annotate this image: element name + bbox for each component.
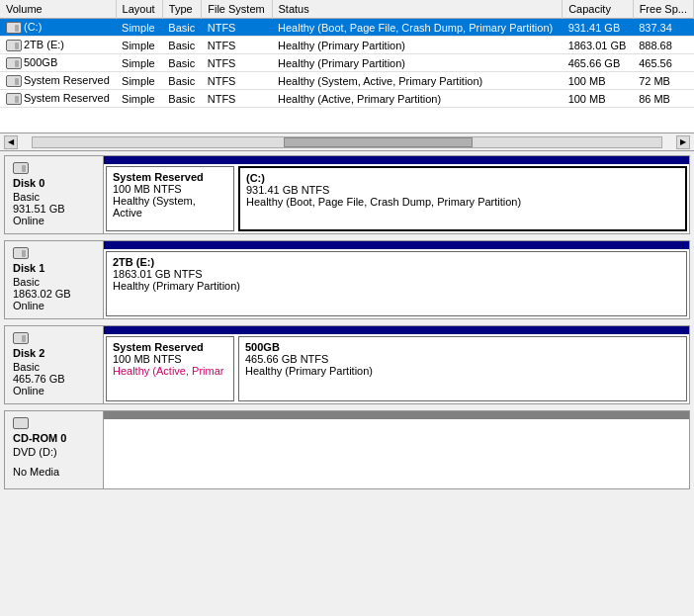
scroll-left-button[interactable]: ◀	[4, 135, 18, 149]
partition-panel[interactable]: 2TB (E:)1863.01 GB NTFSHealthy (Primary …	[106, 251, 687, 316]
cell-filesystem: NTFS	[202, 37, 272, 54]
disk-id-label: Disk 0	[13, 177, 95, 189]
cell-capacity: 100 MB	[563, 90, 634, 108]
partition-size-label: 931.41 GB NTFS	[246, 184, 679, 196]
disk-table-section: Volume Layout Type File System Status Ca…	[0, 0, 694, 133]
volume-table: Volume Layout Type File System Status Ca…	[0, 0, 694, 108]
partition-name-label: 500GB	[245, 341, 680, 353]
cell-layout: Simple	[116, 90, 162, 108]
disk-drive-icon	[13, 162, 29, 174]
disk-content: 2TB (E:)1863.01 GB NTFSHealthy (Primary …	[104, 241, 689, 318]
horizontal-scrollbar-thumb[interactable]	[284, 137, 473, 147]
col-capacity[interactable]: Capacity	[563, 0, 634, 19]
disk-size-label: 931.51 GB	[13, 203, 95, 215]
disk-label: Disk 1Basic1863.02 GBOnline	[5, 241, 104, 318]
disk-type-label: Basic	[13, 361, 95, 373]
partition-panel[interactable]: (C:)931.41 GB NTFSHealthy (Boot, Page Fi…	[238, 166, 687, 231]
scroll-right-button[interactable]: ▶	[676, 135, 690, 149]
drive-icon	[6, 57, 22, 69]
disk-row: Disk 2Basic465.76 GBOnlineSystem Reserve…	[4, 325, 690, 404]
disk-content: System Reserved100 MB NTFSHealthy (Activ…	[104, 326, 689, 403]
col-filesystem[interactable]: File System	[202, 0, 272, 19]
disk-size-label: 1863.02 GB	[13, 288, 95, 300]
drive-icon	[6, 22, 22, 34]
drive-icon	[6, 40, 22, 51]
cell-layout: Simple	[116, 54, 162, 72]
disk-content: System Reserved100 MB NTFSHealthy (Syste…	[104, 156, 689, 233]
partition-status-label: Healthy (Primary Partition)	[113, 280, 680, 292]
cell-type: Basic	[162, 54, 201, 72]
cell-capacity: 465.66 GB	[563, 54, 634, 72]
disk-drive-icon	[13, 332, 29, 344]
table-row[interactable]: (C:)SimpleBasicNTFSHealthy (Boot, Page F…	[0, 19, 694, 37]
cell-status: Healthy (Boot, Page File, Crash Dump, Pr…	[272, 19, 563, 37]
partition-size-label: 100 MB NTFS	[113, 183, 227, 195]
disk-status-label: Online	[13, 385, 95, 396]
horizontal-scrollbar-area: ◀ ▶	[0, 133, 694, 151]
cell-filesystem: NTFS	[202, 90, 272, 108]
disk-header-bar	[104, 156, 689, 164]
cdrom-type-label: DVD (D:)	[13, 446, 95, 458]
drive-icon	[6, 75, 22, 87]
cell-volume: (C:)	[0, 19, 116, 37]
disk-drive-icon	[13, 247, 29, 259]
table-row[interactable]: 2TB (E:)SimpleBasicNTFSHealthy (Primary …	[0, 37, 694, 54]
partition-panel[interactable]: System Reserved100 MB NTFSHealthy (Activ…	[106, 336, 234, 401]
disk-label: Disk 0Basic931.51 GBOnline	[5, 156, 104, 233]
partition-status-label: Healthy (Active, Primar	[113, 365, 227, 377]
cell-type: Basic	[162, 37, 201, 54]
partition-name-label: System Reserved	[113, 341, 227, 353]
cell-status: Healthy (Primary Partition)	[272, 54, 563, 72]
col-layout[interactable]: Layout	[116, 0, 162, 19]
cell-filesystem: NTFS	[202, 19, 272, 37]
cdrom-label: CD-ROM 0DVD (D:)No Media	[5, 411, 104, 488]
disk-partitions: System Reserved100 MB NTFSHealthy (Activ…	[104, 334, 689, 403]
drive-icon	[6, 93, 22, 105]
partition-size-label: 1863.01 GB NTFS	[113, 268, 680, 280]
col-status[interactable]: Status	[272, 0, 563, 19]
disk-id-label: Disk 1	[13, 262, 95, 274]
cell-layout: Simple	[116, 72, 162, 90]
cdrom-id-label: CD-ROM 0	[13, 432, 95, 444]
cell-layout: Simple	[116, 37, 162, 54]
cell-volume: 500GB	[0, 54, 116, 72]
col-freespace[interactable]: Free Sp...	[633, 0, 693, 19]
cell-free: 465.56	[633, 54, 693, 72]
disk-type-label: Basic	[13, 191, 95, 203]
disk-header-bar	[104, 241, 689, 249]
cdrom-content	[104, 411, 689, 488]
partition-name-label: 2TB (E:)	[113, 256, 680, 268]
cell-capacity: 931.41 GB	[563, 19, 634, 37]
table-row[interactable]: System ReservedSimpleBasicNTFSHealthy (S…	[0, 72, 694, 90]
cdrom-row: CD-ROM 0DVD (D:)No Media	[4, 410, 690, 489]
cell-capacity: 1863.01 GB	[563, 37, 634, 54]
disk-row: Disk 0Basic931.51 GBOnlineSystem Reserve…	[4, 155, 690, 234]
cell-filesystem: NTFS	[202, 54, 272, 72]
partition-panel[interactable]: 500GB465.66 GB NTFSHealthy (Primary Part…	[238, 336, 687, 401]
disk-status-label: Online	[13, 215, 95, 226]
partition-status-label: Healthy (Boot, Page File, Crash Dump, Pr…	[246, 196, 679, 208]
cell-type: Basic	[162, 90, 201, 108]
cdrom-status-label: No Media	[13, 466, 95, 478]
disk-panels-section: Disk 0Basic931.51 GBOnlineSystem Reserve…	[0, 151, 694, 616]
cell-free: 837.34	[633, 19, 693, 37]
horizontal-scrollbar-track[interactable]	[32, 136, 662, 148]
partition-size-label: 100 MB NTFS	[113, 353, 227, 365]
partition-status-label: Healthy (System, Active	[113, 195, 227, 219]
partition-panel[interactable]: System Reserved100 MB NTFSHealthy (Syste…	[106, 166, 234, 231]
cell-status: Healthy (Active, Primary Partition)	[272, 90, 563, 108]
cell-status: Healthy (System, Active, Primary Partiti…	[272, 72, 563, 90]
partition-status-label: Healthy (Primary Partition)	[245, 365, 680, 377]
cell-volume: 2TB (E:)	[0, 37, 116, 54]
cell-status: Healthy (Primary Partition)	[272, 37, 563, 54]
table-row[interactable]: System ReservedSimpleBasicNTFSHealthy (A…	[0, 90, 694, 108]
disk-header-bar	[104, 326, 689, 334]
cdrom-icon	[13, 417, 29, 429]
table-row[interactable]: 500GBSimpleBasicNTFSHealthy (Primary Par…	[0, 54, 694, 72]
cdrom-header-bar	[104, 411, 689, 419]
cell-free: 888.68	[633, 37, 693, 54]
col-volume[interactable]: Volume	[0, 0, 116, 19]
disk-partitions: System Reserved100 MB NTFSHealthy (Syste…	[104, 164, 689, 233]
col-type[interactable]: Type	[162, 0, 201, 19]
cell-volume: System Reserved	[0, 90, 116, 108]
